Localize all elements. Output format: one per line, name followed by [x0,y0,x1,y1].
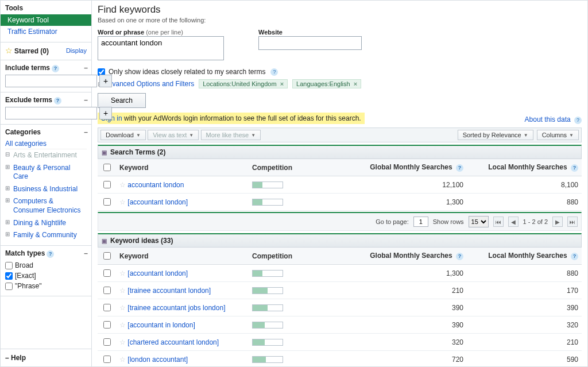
collapse-icon[interactable]: – [84,64,88,72]
help-icon[interactable]: ? [456,164,463,172]
row-checkbox[interactable] [103,356,111,363]
include-add-button[interactable]: + [99,75,112,87]
search-terms-header[interactable]: ▣ Search Terms (2) [98,145,582,159]
keyword-link[interactable]: accountant london [127,181,184,189]
section-toggle-icon[interactable]: ▣ [102,149,107,156]
keyword-link[interactable]: [accountant london] [127,198,188,206]
collapse-icon[interactable]: – [5,354,9,362]
row-checkbox[interactable] [103,198,111,206]
exclude-heading: Exclude terms? [5,96,87,105]
nav-keyword-tool[interactable]: Keyword Tool [1,14,91,26]
col-global[interactable]: Global Monthly Searches ? [341,248,467,265]
remove-tag-icon[interactable]: × [280,80,284,87]
categories-heading: Categories [5,128,87,136]
keyword-link[interactable]: [trainee accountant jobs london] [127,304,225,312]
collapse-icon[interactable]: – [84,128,88,136]
help-icon[interactable]: ? [52,65,59,72]
category-item[interactable]: Beauty & Personal Care [5,162,87,183]
collapse-icon[interactable]: – [84,249,88,257]
match-types-heading: Match types? [5,249,87,258]
website-input[interactable] [258,36,362,50]
match-broad-checkbox[interactable] [5,262,13,269]
row-checkbox[interactable] [103,287,111,294]
col-competition[interactable]: Competition [249,159,341,176]
match-types-panel: – Match types? Broad [Exact] "Phrase" [1,246,91,296]
last-page-button[interactable]: ⏭ [567,217,578,227]
next-page-button[interactable]: ▶ [552,217,563,227]
keyword-link[interactable]: [london accountant] [127,356,188,364]
help-icon[interactable]: ? [54,97,61,105]
help-section[interactable]: – Help [1,349,91,366]
star-icon[interactable]: ☆ [119,269,126,277]
star-icon[interactable]: ☆ [119,304,126,312]
download-dropdown[interactable]: Download▼ [100,130,146,140]
category-item[interactable]: Family & Community [5,229,87,241]
help-icon[interactable]: ? [574,117,582,124]
keyword-link[interactable]: [accountant london] [127,269,188,277]
star-icon[interactable]: ☆ [119,321,126,329]
locations-tag[interactable]: Locations:United Kingdom× [199,79,288,88]
match-broad-row[interactable]: Broad [5,260,87,271]
category-item[interactable]: Arts & Entertainment [5,149,87,162]
help-icon[interactable]: ? [270,68,278,76]
match-phrase-row[interactable]: "Phrase" [5,281,87,291]
col-keyword[interactable]: Keyword [116,159,249,176]
star-icon[interactable]: ☆ [119,198,126,206]
keyword-link[interactable]: [trainee accountant london] [127,287,211,295]
match-exact-row[interactable]: [Exact] [5,271,87,281]
star-icon[interactable]: ☆ [119,287,126,295]
section-toggle-icon[interactable]: ▣ [102,238,107,244]
keyword-ideas-header[interactable]: ▣ Keyword ideas (33) [98,233,582,248]
first-page-button[interactable]: ⏮ [493,217,504,227]
languages-tag[interactable]: Languages:English× [292,79,361,88]
row-checkbox[interactable] [103,338,111,346]
help-icon[interactable]: ? [571,253,578,260]
prev-page-button[interactable]: ◀ [508,217,519,227]
about-data-link[interactable]: About this data [525,115,571,123]
exclude-add-button[interactable]: + [99,107,112,119]
results-scroll[interactable]: ▣ Search Terms (2) Keyword Competition G… [98,142,582,366]
starred-display-link[interactable]: Display [66,47,87,54]
help-icon[interactable]: ? [456,253,463,260]
search-button[interactable]: Search [98,93,146,108]
help-icon[interactable]: ? [571,164,578,172]
word-phrase-input[interactable] [98,36,224,60]
row-checkbox[interactable] [103,321,111,329]
col-local[interactable]: Local Monthly Searches ? [467,248,582,265]
row-checkbox[interactable] [103,269,111,277]
row-checkbox[interactable] [103,304,111,311]
rows-select[interactable]: 15 [469,216,489,227]
star-icon[interactable]: ☆ [119,356,126,364]
match-phrase-checkbox[interactable] [5,283,13,290]
help-icon[interactable]: ? [47,250,54,258]
sorted-by-dropdown[interactable]: Sorted by Relevance▼ [458,130,533,140]
collapse-icon[interactable]: – [84,96,88,104]
category-item[interactable]: Computers & Consumer Electronics [5,195,87,217]
remove-tag-icon[interactable]: × [354,80,357,87]
keyword-link[interactable]: [accountant in london] [127,321,195,329]
all-categories-link[interactable]: All categories [5,138,87,149]
include-term-input[interactable] [5,75,97,87]
columns-dropdown[interactable]: Columns▼ [537,130,579,140]
star-icon[interactable]: ☆ [119,181,126,189]
keyword-link[interactable]: [chartered accountant london] [127,338,219,346]
col-local[interactable]: Local Monthly Searches ? [467,159,582,176]
nav-traffic-estimator[interactable]: Traffic Estimator [5,26,87,37]
category-item[interactable]: Business & Industrial [5,183,87,196]
closely-related-label: Only show ideas closely related to my se… [109,68,265,76]
category-list[interactable]: Arts & EntertainmentBeauty & Personal Ca… [5,149,87,241]
match-exact-checkbox[interactable] [5,272,13,280]
page-input[interactable] [413,217,428,227]
star-icon[interactable]: ☆ [119,338,126,346]
advanced-options-link[interactable]: Advanced Options and Filters [98,80,194,88]
row-checkbox[interactable] [103,181,111,188]
local-searches: 590 [467,351,582,367]
exclude-term-input[interactable] [5,107,97,119]
category-item[interactable]: Dining & Nightlife [5,217,87,230]
closely-related-row: Only show ideas closely related to my se… [98,68,582,76]
col-competition[interactable]: Competition [249,248,341,265]
col-keyword[interactable]: Keyword [116,248,249,265]
select-all-checkbox[interactable] [103,252,111,260]
select-all-checkbox[interactable] [103,164,111,171]
col-global[interactable]: Global Monthly Searches ? [341,159,467,176]
